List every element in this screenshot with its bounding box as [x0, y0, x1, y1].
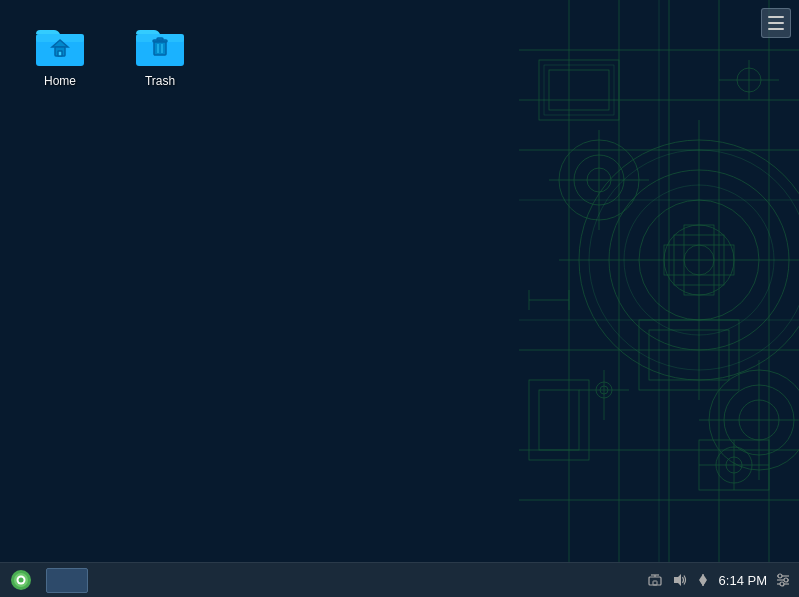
svg-rect-67	[157, 38, 163, 40]
tray-settings-icon[interactable]	[775, 572, 791, 588]
trash-folder-icon	[134, 16, 186, 68]
home-icon-label: Home	[44, 74, 76, 88]
taskbar-window-button[interactable]	[46, 568, 88, 593]
home-folder-icon	[34, 16, 86, 68]
svg-marker-79	[674, 574, 681, 586]
hamburger-line-3	[768, 28, 784, 30]
svg-point-85	[778, 574, 782, 578]
svg-point-74	[19, 578, 24, 583]
desktop: Home	[0, 0, 799, 562]
blueprint-background	[519, 0, 799, 562]
trash-icon-label: Trash	[145, 74, 175, 88]
mint-logo-icon	[10, 569, 32, 591]
start-button[interactable]	[0, 563, 42, 598]
system-clock[interactable]: 6:14 PM	[719, 573, 767, 588]
svg-point-89	[780, 582, 784, 586]
network-tray-icon[interactable]	[647, 572, 663, 588]
system-tray: 6:14 PM	[647, 563, 799, 598]
svg-point-87	[784, 578, 788, 582]
hamburger-line-1	[768, 16, 784, 18]
taskbar: 6:14 PM	[0, 562, 799, 597]
svg-rect-68	[154, 42, 166, 55]
trash-icon[interactable]: Trash	[120, 10, 200, 94]
hamburger-line-2	[768, 22, 784, 24]
desktop-icons-container: Home	[20, 10, 200, 94]
volume-tray-icon[interactable]	[671, 572, 687, 588]
hamburger-menu-button[interactable]	[761, 8, 791, 38]
svg-rect-63	[58, 51, 62, 56]
updates-tray-icon[interactable]	[695, 572, 711, 588]
home-icon[interactable]: Home	[20, 10, 100, 94]
